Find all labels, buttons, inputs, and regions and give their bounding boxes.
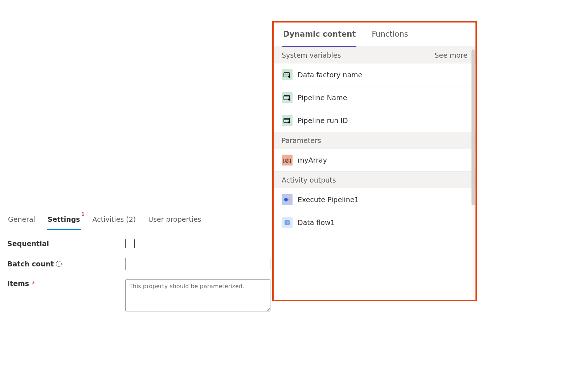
tab-functions[interactable]: Functions — [371, 30, 409, 46]
tab-settings-label: Settings — [48, 215, 80, 223]
required-asterisk: * — [32, 279, 36, 287]
row-sequential: Sequential — [7, 239, 276, 248]
see-more-system-variables[interactable]: See more — [434, 51, 467, 59]
exec-pipeline-icon — [282, 194, 293, 205]
item-label: Data flow1 — [298, 219, 335, 226]
label-sequential: Sequential — [7, 240, 125, 248]
section-title-activity-outputs: Activity outputs — [282, 176, 336, 184]
tab-settings-badge: 1 — [81, 212, 84, 217]
tab-activities[interactable]: Activities (2) — [92, 215, 137, 230]
info-icon[interactable]: i — [56, 261, 62, 267]
item-label: Pipeline Name — [298, 94, 347, 102]
section-header-activity-outputs: Activity outputs — [274, 172, 475, 188]
factory-icon — [282, 69, 293, 80]
tab-dynamic-content[interactable]: Dynamic content — [282, 30, 356, 46]
section-header-system-variables: System variables See more — [274, 47, 475, 64]
sequential-checkbox[interactable] — [125, 239, 135, 248]
label-batch-count-text: Batch count — [7, 260, 54, 268]
item-label: Data factory name — [298, 71, 362, 79]
tab-general[interactable]: General — [7, 215, 36, 230]
dynamic-content-panel: Dynamic content Functions System variabl… — [272, 21, 477, 301]
factory-icon — [282, 92, 293, 103]
item-pipeline-name[interactable]: Pipeline Name — [274, 86, 475, 109]
item-label: Execute Pipeline1 — [298, 196, 359, 204]
panel-scrollbar-thumb[interactable] — [471, 49, 475, 205]
section-title-parameters: Parameters — [282, 136, 321, 144]
item-pipeline-run-id[interactable]: Pipeline run ID — [274, 109, 475, 132]
label-batch-count: Batch count i — [7, 260, 125, 268]
item-label: Pipeline run ID — [298, 117, 348, 124]
items-input[interactable] — [125, 279, 270, 311]
factory-icon — [282, 115, 293, 126]
item-label: myArray — [298, 156, 327, 164]
row-items: Items * — [7, 279, 276, 311]
item-data-flow1[interactable]: Data flow1 — [274, 211, 475, 234]
batch-count-input[interactable] — [125, 258, 270, 270]
label-items: Items * — [7, 279, 125, 287]
tab-user-properties[interactable]: User properties — [147, 215, 202, 230]
dynamic-content-tabs: Dynamic content Functions — [274, 23, 475, 47]
param-icon: [@] — [282, 155, 293, 166]
row-batch-count: Batch count i — [7, 258, 276, 270]
properties-tabs: General Settings 1 Activities (2) User p… — [0, 210, 283, 230]
properties-panel: General Settings 1 Activities (2) User p… — [0, 210, 283, 330]
label-items-text: Items — [7, 279, 29, 287]
section-title-system-variables: System variables — [282, 51, 341, 59]
settings-form: Sequential Batch count i Items * — [0, 230, 283, 330]
item-myarray[interactable]: [@] myArray — [274, 149, 475, 172]
panel-scrollbar[interactable] — [471, 49, 475, 298]
item-data-factory-name[interactable]: Data factory name — [274, 64, 475, 86]
section-header-parameters: Parameters — [274, 132, 475, 149]
svg-point-9 — [284, 198, 288, 201]
dataflow-icon — [282, 217, 293, 228]
item-execute-pipeline1[interactable]: Execute Pipeline1 — [274, 188, 475, 211]
tab-settings[interactable]: Settings 1 — [47, 215, 81, 230]
